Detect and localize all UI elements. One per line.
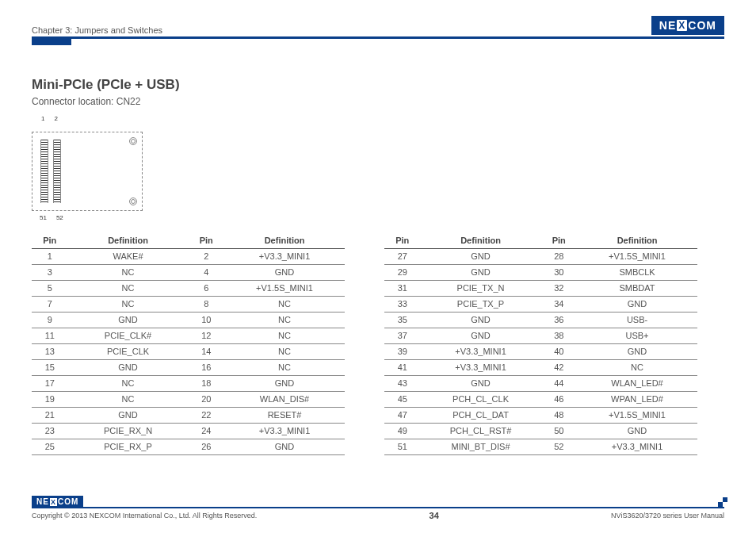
table-row: 25PCIE_RX_P26GND xyxy=(32,439,345,454)
manual-name: NViS3620/3720 series User Manual xyxy=(611,512,724,520)
cell-pin: 1 xyxy=(32,248,68,264)
th-def: Definition xyxy=(224,232,345,248)
cell-pin: 11 xyxy=(32,328,68,343)
cell-pin: 22 xyxy=(188,407,224,423)
cell-definition: WLAN_LED# xyxy=(577,375,697,391)
brand-x-icon: X xyxy=(677,20,687,31)
cell-definition: WPAN_LED# xyxy=(577,391,697,407)
cell-definition: PCIE_TX_P xyxy=(421,296,541,312)
header-accent xyxy=(32,39,71,45)
table-row: 13PCIE_CLK14NC xyxy=(32,343,345,359)
cell-pin: 24 xyxy=(188,423,224,439)
cell-definition: GND xyxy=(421,312,541,328)
table-row: 1WAKE#2+V3.3_MINI1 xyxy=(32,248,345,264)
cell-pin: 42 xyxy=(540,359,577,375)
brand-left: NE xyxy=(36,497,49,506)
cell-pin: 2 xyxy=(188,248,224,264)
cell-definition: GND xyxy=(577,296,697,312)
table-row: 39+V3.3_MINI140GND xyxy=(384,343,697,359)
cell-pin: 21 xyxy=(32,407,68,423)
cell-pin: 4 xyxy=(188,264,224,280)
table-row: 47PCH_CL_DAT48+V1.5S_MINI1 xyxy=(384,407,697,423)
cell-definition: +V1.5S_MINI1 xyxy=(577,248,697,264)
cell-pin: 34 xyxy=(540,296,577,312)
cell-definition: GND xyxy=(68,407,189,423)
cell-definition: GND xyxy=(224,439,345,454)
cell-definition: PCH_CL_RST# xyxy=(421,423,541,439)
cell-definition: NC xyxy=(68,375,189,391)
cell-definition: PCIE_RX_N xyxy=(68,423,189,439)
table-row: 31PCIE_TX_N32SMBDAT xyxy=(384,280,697,296)
cell-definition: +V3.3_MINI1 xyxy=(421,343,541,359)
cell-pin: 50 xyxy=(540,423,577,439)
cell-definition: NC xyxy=(68,391,189,407)
cell-pin: 33 xyxy=(384,296,421,312)
connector-diagram xyxy=(32,132,143,211)
cell-pin: 26 xyxy=(188,439,224,454)
cell-definition: PCH_CL_CLK xyxy=(421,391,541,407)
cell-definition: NC xyxy=(224,359,345,375)
cell-definition: NC xyxy=(224,296,345,312)
cell-definition: +V3.3_MINI1 xyxy=(224,248,345,264)
cell-pin: 48 xyxy=(540,407,577,423)
cell-definition: RESET# xyxy=(224,407,345,423)
th-pin: Pin xyxy=(540,232,577,248)
copyright-text: Copyright © 2013 NEXCOM International Co… xyxy=(32,512,257,520)
cell-definition: GND xyxy=(577,343,697,359)
cell-pin: 25 xyxy=(32,439,68,454)
table-row: 3NC4GND xyxy=(32,264,345,280)
table-row: 9GND10NC xyxy=(32,312,345,328)
table-row: 37GND38USB+ xyxy=(384,328,697,343)
cell-definition: SMBDAT xyxy=(577,280,697,296)
cell-pin: 14 xyxy=(188,343,224,359)
cell-pin: 44 xyxy=(540,375,577,391)
pin-table-left: Pin Definition Pin Definition 1WAKE#2+V3… xyxy=(32,232,345,455)
cell-definition: NC xyxy=(577,359,697,375)
cell-pin: 19 xyxy=(32,391,68,407)
table-row: 45PCH_CL_CLK46WPAN_LED# xyxy=(384,391,697,407)
cell-pin: 31 xyxy=(384,280,421,296)
cell-pin: 27 xyxy=(384,248,421,264)
pin-table-right: Pin Definition Pin Definition 27GND28+V1… xyxy=(384,232,697,455)
cell-pin: 49 xyxy=(384,423,421,439)
cell-definition: GND xyxy=(224,375,345,391)
cell-definition: GND xyxy=(421,328,541,343)
brand-logo: NEXCOM xyxy=(651,16,724,35)
cell-pin: 52 xyxy=(540,439,577,454)
cell-definition: PCIE_RX_P xyxy=(68,439,189,454)
cell-definition: USB- xyxy=(577,312,697,328)
brand-right: COM xyxy=(688,19,716,32)
cell-pin: 8 xyxy=(188,296,224,312)
cell-pin: 6 xyxy=(188,280,224,296)
th-def: Definition xyxy=(68,232,189,248)
cell-pin: 16 xyxy=(188,359,224,375)
cell-pin: 47 xyxy=(384,407,421,423)
brand-left: NE xyxy=(659,19,676,32)
cell-definition: PCIE_TX_N xyxy=(421,280,541,296)
table-row: 33PCIE_TX_P34GND xyxy=(384,296,697,312)
cell-definition: GND xyxy=(224,264,345,280)
cell-pin: 10 xyxy=(188,312,224,328)
cell-pin: 37 xyxy=(384,328,421,343)
pin-label-51: 51 xyxy=(40,214,47,221)
table-row: 41+V3.3_MINI142NC xyxy=(384,359,697,375)
cell-pin: 40 xyxy=(540,343,577,359)
cell-definition: GND xyxy=(68,312,189,328)
cell-pin: 38 xyxy=(540,328,577,343)
table-row: 35GND36USB- xyxy=(384,312,697,328)
cell-pin: 29 xyxy=(384,264,421,280)
cell-pin: 39 xyxy=(384,343,421,359)
header-rule xyxy=(32,36,724,39)
cell-pin: 51 xyxy=(384,439,421,454)
chapter-title: Chapter 3: Jumpers and Switches xyxy=(32,25,162,35)
th-def: Definition xyxy=(421,232,541,248)
table-row: 19NC20WLAN_DIS# xyxy=(32,391,345,407)
table-row: 49PCH_CL_RST#50GND xyxy=(384,423,697,439)
cell-definition: WLAN_DIS# xyxy=(224,391,345,407)
pin-labels-bottom: 51 52 xyxy=(32,214,724,221)
table-row: 11PCIE_CLK#12NC xyxy=(32,328,345,343)
cell-pin: 9 xyxy=(32,312,68,328)
cell-definition: GND xyxy=(421,248,541,264)
cell-pin: 20 xyxy=(188,391,224,407)
cell-definition: PCIE_CLK# xyxy=(68,328,189,343)
